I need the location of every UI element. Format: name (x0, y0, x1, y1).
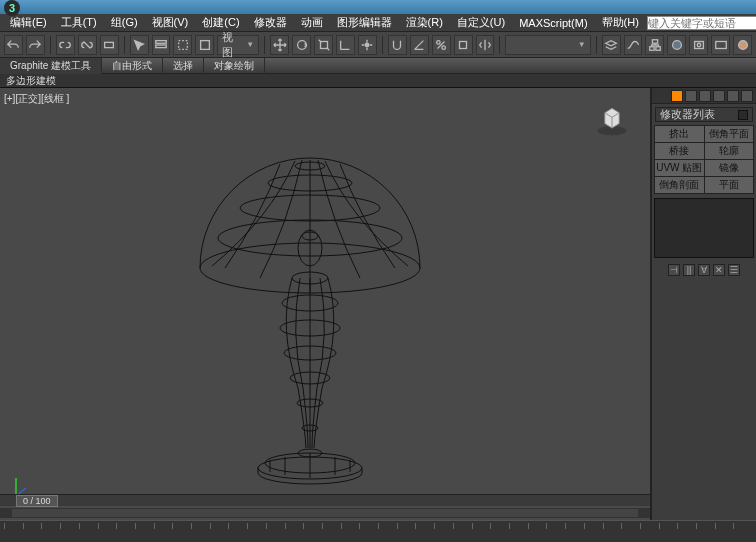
ribbon-tab-paint[interactable]: 对象绘制 (204, 58, 265, 74)
unique-button[interactable]: ∀ (698, 264, 710, 276)
snap-toggle-button[interactable] (388, 35, 407, 55)
svg-rect-1 (156, 40, 167, 43)
motion-tab-icon[interactable] (713, 90, 725, 102)
svg-rect-4 (200, 40, 209, 49)
mod-btn-3-1[interactable]: 平面 (705, 177, 754, 193)
percent-snap-button[interactable] (432, 35, 451, 55)
time-slider-thumb[interactable]: 0 / 100 (16, 495, 58, 507)
menu-custom[interactable]: 自定义(U) (451, 14, 511, 31)
menu-create[interactable]: 创建(C) (196, 14, 245, 31)
modifier-stack[interactable] (654, 198, 754, 258)
remove-button[interactable]: ✕ (713, 264, 725, 276)
window-crossing-button[interactable] (195, 35, 214, 55)
svg-rect-17 (716, 41, 727, 48)
mod-btn-0-0[interactable]: 挤出 (655, 126, 704, 142)
curve-editor-button[interactable] (624, 35, 643, 55)
spinner-snap-button[interactable] (454, 35, 473, 55)
pivot-button[interactable] (358, 35, 377, 55)
timeline[interactable] (0, 520, 756, 542)
modifier-list-label: 修改器列表 (660, 107, 715, 122)
menu-graph[interactable]: 图形编辑器 (331, 14, 398, 31)
menu-anim[interactable]: 动画 (295, 14, 329, 31)
bind-button[interactable] (100, 35, 119, 55)
select-button[interactable] (130, 35, 149, 55)
svg-rect-0 (105, 42, 114, 47)
menu-render[interactable]: 渲染(R) (400, 14, 449, 31)
scale-button[interactable] (314, 35, 333, 55)
layer-button[interactable] (602, 35, 621, 55)
stack-controls: ⊣ || ∀ ✕ ☰ (652, 262, 756, 278)
viewport[interactable]: [+][正交][线框 ] (0, 88, 651, 520)
undo-button[interactable] (4, 35, 23, 55)
menu-group[interactable]: 组(G) (105, 14, 144, 31)
ribbon-tab-graphite[interactable]: Graphite 建模工具 (0, 58, 102, 74)
show-end-button[interactable]: || (683, 264, 695, 276)
link-button[interactable] (56, 35, 75, 55)
mod-btn-2-1[interactable]: 镜像 (705, 160, 754, 176)
menu-view[interactable]: 视图(V) (146, 14, 195, 31)
svg-point-9 (442, 45, 446, 49)
chevron-down-icon: ▼ (578, 40, 586, 49)
ribbon-subbar: 多边形建模 (0, 74, 756, 88)
modifier-list-dropdown[interactable]: 修改器列表 (655, 107, 753, 122)
mod-btn-1-1[interactable]: 轮廓 (705, 143, 754, 159)
render-frame-button[interactable] (711, 35, 730, 55)
ref-coord-button[interactable] (336, 35, 355, 55)
display-tab-icon[interactable] (727, 90, 739, 102)
menu-edit[interactable]: 编辑(E) (4, 14, 53, 31)
ribbon-tab-freeform[interactable]: 自由形式 (102, 58, 163, 74)
select-name-button[interactable] (152, 35, 171, 55)
svg-rect-15 (694, 41, 703, 48)
utility-tab-icon[interactable] (741, 90, 753, 102)
render-setup-button[interactable] (689, 35, 708, 55)
select-region-button[interactable] (173, 35, 192, 55)
time-slider[interactable]: 0 / 100 (0, 494, 650, 506)
unlink-button[interactable] (78, 35, 97, 55)
command-panel-tabs (652, 88, 756, 104)
menu-help[interactable]: 帮助(H) (596, 14, 645, 31)
hierarchy-tab-icon[interactable] (699, 90, 711, 102)
command-panel: 修改器列表 挤出 倒角平面 桥接 轮廓 UVW 贴图 镜像 倒角剖面 平面 ⊣ … (651, 88, 756, 520)
redo-button[interactable] (26, 35, 45, 55)
menu-bar: 编辑(E) 工具(T) 组(G) 视图(V) 创建(C) 修改器 动画 图形编辑… (0, 14, 756, 32)
mod-btn-0-1[interactable]: 倒角平面 (705, 126, 754, 142)
svg-rect-10 (460, 41, 467, 48)
svg-point-5 (297, 40, 306, 49)
svg-rect-2 (156, 45, 167, 48)
title-bar: 3 (0, 0, 756, 14)
menu-tools[interactable]: 工具(T) (55, 14, 103, 31)
timeline-ticks (4, 523, 752, 529)
rotate-button[interactable] (292, 35, 311, 55)
svg-point-8 (437, 40, 441, 44)
chevron-down-icon: ▼ (246, 40, 254, 49)
view-dropdown-label: 视图 (222, 30, 242, 60)
main-toolbar: 视图▼ ▼ (0, 32, 756, 58)
pin-stack-button[interactable]: ⊣ (668, 264, 680, 276)
angle-snap-button[interactable] (410, 35, 429, 55)
mirror-button[interactable] (476, 35, 495, 55)
named-sel-dropdown[interactable]: ▼ (505, 35, 590, 55)
search-input[interactable] (647, 16, 756, 30)
viewport-label[interactable]: [+][正交][线框 ] (4, 92, 69, 106)
schematic-button[interactable] (645, 35, 664, 55)
modify-tab-icon[interactable] (685, 90, 697, 102)
ribbon-tab-selection[interactable]: 选择 (163, 58, 204, 74)
svg-point-14 (673, 40, 682, 49)
lamp-wireframe (170, 128, 450, 488)
menu-modifier[interactable]: 修改器 (248, 14, 293, 31)
configure-button[interactable]: ☰ (728, 264, 740, 276)
material-button[interactable] (667, 35, 686, 55)
mod-btn-3-0[interactable]: 倒角剖面 (655, 177, 704, 193)
ribbon-mode-label[interactable]: 多边形建模 (6, 74, 56, 88)
create-tab-icon[interactable] (671, 90, 683, 102)
render-button[interactable] (733, 35, 752, 55)
menu-script[interactable]: MAXScript(M) (513, 16, 593, 30)
svg-point-16 (697, 43, 701, 47)
mod-btn-1-0[interactable]: 桥接 (655, 143, 704, 159)
view-dropdown[interactable]: 视图▼ (217, 35, 259, 55)
mod-btn-2-0[interactable]: UVW 贴图 (655, 160, 704, 176)
viewport-scrollbar[interactable] (0, 508, 650, 518)
viewcube-icon[interactable] (594, 102, 630, 138)
svg-point-18 (738, 40, 747, 49)
move-button[interactable] (270, 35, 289, 55)
